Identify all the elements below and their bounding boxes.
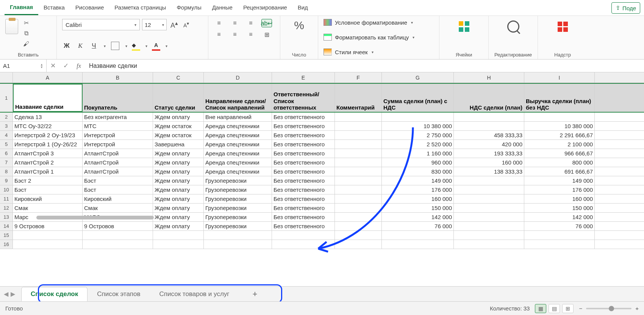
bold-button[interactable]: Ж [62, 41, 71, 50]
cell-I9[interactable]: 149 000 [524, 176, 595, 185]
cell-I12[interactable]: 150 000 [524, 204, 595, 212]
borders-button[interactable] [111, 42, 119, 50]
accept-formula-icon[interactable]: ✓ [59, 60, 72, 72]
cell-A6[interactable]: АтлантСтрой 3 [13, 149, 83, 158]
conditional-formatting-button[interactable]: Условное форматирование ▾ [324, 19, 434, 26]
cell-I4[interactable]: 2 291 666,67 [524, 131, 595, 139]
cell-F13[interactable] [335, 213, 382, 221]
cell-D2[interactable]: Вне направлений [204, 113, 272, 121]
cell-A3[interactable]: МТС Оу-32/22 [13, 122, 83, 130]
cell-F15[interactable] [335, 231, 382, 240]
cell-G15[interactable] [382, 231, 454, 240]
cell-D16[interactable] [204, 240, 272, 249]
cell-F10[interactable] [335, 185, 382, 194]
ribbon-tab-3[interactable]: Разметка страницы [109, 1, 171, 14]
cell-E3[interactable]: Без ответственного [272, 122, 335, 130]
add-sheet-button[interactable]: + [249, 288, 261, 301]
cell-H4[interactable]: 458 333,33 [454, 131, 524, 139]
ribbon-tab-6[interactable]: Рецензирование [238, 1, 292, 14]
cell-A8[interactable]: АтлантСтрой 1 [13, 167, 83, 176]
column-header-G[interactable]: G [382, 72, 454, 83]
cell-A12[interactable]: Смак [13, 204, 83, 212]
cell-G9[interactable]: 149 000 [382, 176, 454, 185]
cell-G2[interactable] [382, 113, 454, 121]
decrease-font-icon[interactable]: A▾ [182, 21, 191, 28]
cell-A5[interactable]: Интерстрой 1 (Оу-26/22 [13, 140, 83, 149]
cell-I2[interactable] [524, 113, 595, 121]
cell-E14[interactable]: Без ответственного [272, 222, 335, 230]
cell-H2[interactable] [454, 113, 524, 121]
cell-D12[interactable]: Грузоперевозки [204, 204, 272, 212]
ribbon-tab-1[interactable]: Вставка [38, 1, 70, 14]
cell-F9[interactable] [335, 176, 382, 185]
column-header-D[interactable]: D [204, 72, 272, 83]
cell-D3[interactable]: Аренда спецтехники [204, 122, 272, 130]
row-header[interactable]: 14 [0, 222, 13, 230]
cell-D4[interactable]: Аренда спецтехники [204, 131, 272, 139]
cell-B6[interactable]: АтлантСтрой [83, 149, 153, 158]
sheet-next-icon[interactable]: ▶ [11, 290, 15, 298]
cell-F3[interactable] [335, 122, 382, 130]
cell-D9[interactable]: Грузоперевозки [204, 176, 272, 185]
cell-C2[interactable]: Ждем оплату [153, 113, 204, 121]
cell-C12[interactable]: Ждем оплату [153, 204, 204, 212]
cell-C7[interactable]: Ждем оплату [153, 158, 204, 167]
cell-G7[interactable]: 960 000 [382, 158, 454, 167]
copy-icon[interactable]: ⧉ [22, 30, 30, 37]
fx-icon[interactable]: fx [72, 60, 85, 72]
cell-H8[interactable]: 138 333,33 [454, 167, 524, 176]
ribbon-tab-4[interactable]: Формулы [171, 1, 206, 14]
zoom-slider[interactable] [586, 308, 631, 309]
cell-F4[interactable] [335, 131, 382, 139]
view-page-layout-button[interactable]: ▤ [549, 304, 560, 313]
cell-I10[interactable]: 176 000 [524, 185, 595, 194]
cell-C6[interactable]: Ждем оплату [153, 149, 204, 158]
wrap-text-button[interactable]: ab↩ [261, 19, 272, 27]
ribbon-tab-2[interactable]: Рисование [70, 1, 109, 14]
cell-B4[interactable]: Интерстрой [83, 131, 153, 139]
cell-C5[interactable]: Завершена [153, 140, 204, 149]
font-name-select[interactable]: Calibri ▾ [62, 19, 140, 30]
row-header[interactable]: 1 [0, 84, 13, 112]
horizontal-scrollbar[interactable] [36, 216, 154, 219]
cell-D10[interactable]: Грузоперевозки [204, 185, 272, 194]
row-header[interactable]: 15 [0, 231, 13, 240]
view-page-break-button[interactable]: ⊞ [562, 304, 574, 313]
cell-G4[interactable]: 2 750 000 [382, 131, 454, 139]
row-header[interactable]: 11 [0, 194, 13, 203]
cell-E13[interactable]: Без ответственного [272, 213, 335, 221]
view-normal-button[interactable]: ▦ [535, 304, 546, 313]
cell-I13[interactable]: 142 000 [524, 213, 595, 221]
column-header-I[interactable]: I [524, 72, 595, 83]
cell-D1[interactable]: Направление сделки/Список направлений [204, 84, 272, 112]
cell-D14[interactable]: Грузоперевозки [204, 222, 272, 230]
row-header[interactable]: 2 [0, 113, 13, 121]
cell-I15[interactable] [524, 231, 595, 240]
cell-B12[interactable]: Смак [83, 204, 153, 212]
cell-E5[interactable]: Без ответственного [272, 140, 335, 149]
align-top-icon[interactable]: ≡ [214, 19, 224, 27]
italic-button[interactable]: К [76, 41, 85, 50]
cell-G10[interactable]: 176 000 [382, 185, 454, 194]
cell-D11[interactable]: Грузоперевозки [204, 194, 272, 203]
row-header[interactable]: 5 [0, 140, 13, 149]
cell-D7[interactable]: Аренда спецтехники [204, 158, 272, 167]
addins-icon[interactable] [555, 19, 570, 34]
cell-F12[interactable] [335, 204, 382, 212]
column-header-C[interactable]: C [153, 72, 204, 83]
sheet-tab-0[interactable]: Список сделок [21, 287, 88, 301]
cell-I6[interactable]: 966 666,67 [524, 149, 595, 158]
share-button[interactable]: ⇪ Поде [611, 2, 640, 14]
cell-F6[interactable] [335, 149, 382, 158]
cell-E16[interactable] [272, 240, 335, 249]
ribbon-tab-5[interactable]: Данные [207, 1, 238, 14]
column-header-H[interactable]: H [454, 72, 524, 83]
cell-B10[interactable]: Бэст [83, 185, 153, 194]
cell-B1[interactable]: Покупатель [83, 84, 153, 112]
cell-B11[interactable]: Кировский [83, 194, 153, 203]
ribbon-tab-7[interactable]: Вид [292, 1, 313, 14]
cell-F1[interactable]: Комментарий [335, 84, 382, 112]
cell-E7[interactable]: Без ответственного [272, 158, 335, 167]
row-header[interactable]: 9 [0, 176, 13, 185]
find-icon[interactable] [506, 19, 521, 34]
